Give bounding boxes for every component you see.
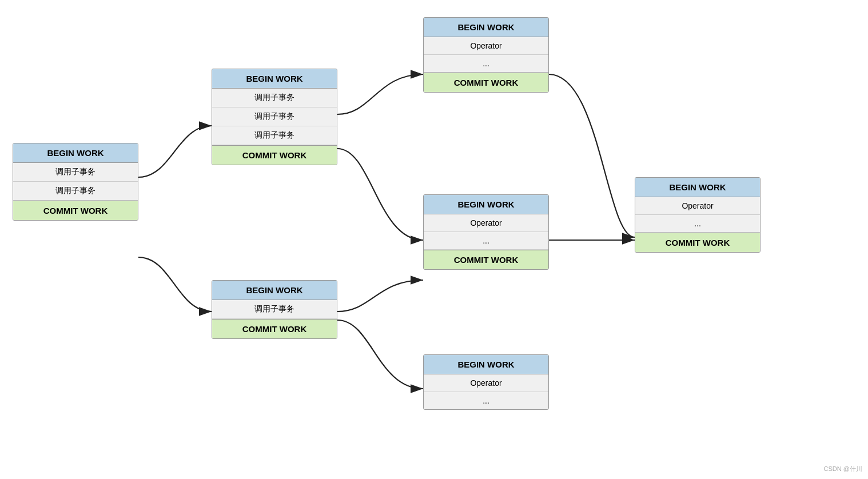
box7-row2: ...	[635, 215, 760, 233]
box5-commit: COMMIT WORK	[424, 250, 548, 269]
box2-header: BEGIN WORK	[212, 69, 337, 89]
box3-header: BEGIN WORK	[212, 281, 337, 300]
watermark: CSDN @什川	[824, 465, 862, 473]
arrow-box3-to-box5	[337, 280, 423, 312]
box3-row1: 调用子事务	[212, 300, 337, 319]
box5-row2: ...	[424, 232, 548, 250]
box3-commit: COMMIT WORK	[212, 319, 337, 338]
box6-row2: ...	[424, 392, 548, 409]
box5-row1: Operator	[424, 214, 548, 232]
box1-row1: 调用子事务	[13, 163, 138, 182]
box4-row1: Operator	[424, 37, 548, 55]
box4: BEGIN WORK Operator ... COMMIT WORK	[423, 17, 549, 93]
box1-row2: 调用子事务	[13, 182, 138, 201]
arrow-box2-to-box5	[337, 149, 423, 240]
box5: BEGIN WORK Operator ... COMMIT WORK	[423, 194, 549, 270]
box4-commit: COMMIT WORK	[424, 73, 548, 92]
arrow-box1-to-box2	[138, 126, 212, 177]
box7-commit: COMMIT WORK	[635, 233, 760, 252]
box2-commit: COMMIT WORK	[212, 145, 337, 165]
box2-row1: 调用子事务	[212, 89, 337, 107]
arrow-box4-to-box7	[549, 74, 635, 237]
box1-header: BEGIN WORK	[13, 143, 138, 163]
box6: BEGIN WORK Operator ...	[423, 354, 549, 410]
box6-header: BEGIN WORK	[424, 355, 548, 374]
box7-row1: Operator	[635, 197, 760, 215]
box2-row3: 调用子事务	[212, 126, 337, 145]
box5-header: BEGIN WORK	[424, 195, 548, 214]
box4-row2: ...	[424, 55, 548, 73]
box7: BEGIN WORK Operator ... COMMIT WORK	[635, 177, 761, 253]
box2: BEGIN WORK 调用子事务 调用子事务 调用子事务 COMMIT WORK	[212, 69, 337, 165]
box4-header: BEGIN WORK	[424, 18, 548, 37]
diagram: BEGIN WORK 调用子事务 调用子事务 COMMIT WORK BEGIN…	[0, 0, 868, 479]
arrow-box1-to-box3	[138, 257, 212, 312]
arrow-box3-to-box6	[337, 320, 423, 389]
box6-row1: Operator	[424, 374, 548, 392]
box2-row2: 调用子事务	[212, 107, 337, 126]
arrow-box2-to-box4	[337, 74, 423, 114]
box3: BEGIN WORK 调用子事务 COMMIT WORK	[212, 280, 337, 339]
box1: BEGIN WORK 调用子事务 调用子事务 COMMIT WORK	[13, 143, 138, 221]
box7-header: BEGIN WORK	[635, 178, 760, 197]
box1-commit: COMMIT WORK	[13, 201, 138, 220]
